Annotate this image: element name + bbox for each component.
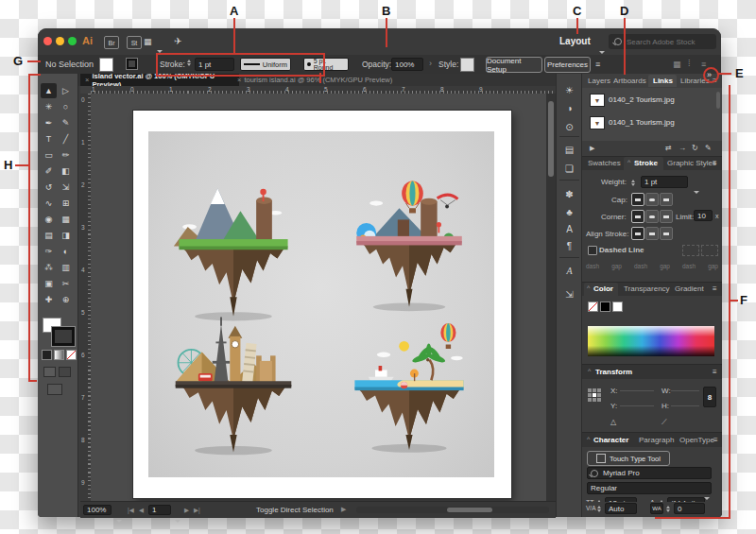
grid-icon[interactable]: ▦ xyxy=(673,60,681,69)
tab-paragraph[interactable]: Paragraph xyxy=(639,436,674,444)
zoom-chevron-icon[interactable] xyxy=(116,509,122,526)
hand-tool[interactable]: ✚ xyxy=(41,292,57,307)
kerning-field[interactable]: Auto xyxy=(605,503,637,514)
dashed-preset-icon[interactable] xyxy=(682,245,699,256)
cap-projecting-button[interactable] xyxy=(660,193,673,206)
last-artboard-icon[interactable]: ▶| xyxy=(194,507,200,514)
touch-type-tool-button[interactable]: Touch Type Tool xyxy=(587,451,670,466)
paragraph-styles-icon[interactable]: ¶ xyxy=(557,241,582,251)
draw-normal-button[interactable] xyxy=(43,367,56,377)
blend-tool[interactable]: ◐ xyxy=(58,244,74,259)
cap-round-button[interactable] xyxy=(645,193,659,206)
pen-tool[interactable]: ✒ xyxy=(41,115,57,130)
kerning-stepper[interactable] xyxy=(597,506,601,512)
draw-behind-button[interactable] xyxy=(59,367,71,377)
close-window-button[interactable] xyxy=(43,37,52,45)
corner-bevel-button[interactable] xyxy=(660,210,673,223)
eraser-tool[interactable]: ◧ xyxy=(58,164,74,179)
tab-opentype[interactable]: OpenType xyxy=(679,436,714,444)
zoom-tool[interactable]: ⊕ xyxy=(58,292,74,307)
tab-links[interactable]: Links xyxy=(653,77,673,85)
artboard-chevron-icon[interactable] xyxy=(175,509,180,526)
tracking-stepper[interactable] xyxy=(666,506,670,512)
stroke-color-well[interactable] xyxy=(52,327,75,346)
curvature-tool[interactable]: ✎ xyxy=(58,115,74,130)
artboard-number-field[interactable]: 1 xyxy=(148,505,171,515)
workspace-switcher[interactable]: Layout xyxy=(559,36,591,46)
constrain-proportions-icon[interactable]: 8 xyxy=(703,387,716,407)
horizontal-scrollbar[interactable] xyxy=(356,507,549,513)
horizontal-scrollbar-thumb[interactable] xyxy=(447,508,492,512)
canvas-pasteboard[interactable] xyxy=(91,94,546,501)
align-inside-button[interactable] xyxy=(645,227,659,240)
font-family-field[interactable]: Myriad Pro xyxy=(587,467,712,479)
export-icon[interactable]: ⇲ xyxy=(557,289,582,300)
artboard-tool[interactable]: ▣ xyxy=(41,276,57,291)
white-swatch[interactable] xyxy=(612,301,623,312)
zoom-window-button[interactable] xyxy=(68,37,77,45)
mesh-tool[interactable]: ▤ xyxy=(41,228,57,243)
shape-builder-tool[interactable]: ◉ xyxy=(41,212,57,227)
update-link-icon[interactable]: ↻ xyxy=(692,144,698,152)
tab-transparency[interactable]: Transparency xyxy=(624,284,670,293)
weight-stepper[interactable] xyxy=(631,180,635,186)
preferences-button[interactable]: Preferences xyxy=(544,57,591,73)
panel-menu-icon[interactable]: ≡ xyxy=(713,436,718,444)
tab-layers[interactable]: Layers xyxy=(588,77,610,85)
fill-swatch[interactable] xyxy=(99,58,113,72)
tab-color[interactable]: Color xyxy=(593,284,613,293)
magic-wand-tool[interactable]: ✳ xyxy=(41,99,57,114)
screen-mode-button[interactable] xyxy=(47,384,62,395)
relink-icon[interactable]: ⇄ xyxy=(665,144,672,152)
play-icon[interactable]: ▶ xyxy=(590,145,594,152)
next-artboard-icon[interactable]: ▶ xyxy=(184,507,189,514)
dashed-preset-icon[interactable] xyxy=(701,245,718,256)
width-tool[interactable]: ∿ xyxy=(41,196,57,211)
tab-swatches[interactable]: Swatches xyxy=(588,159,621,167)
free-transform-tool[interactable]: ⊞ xyxy=(58,196,74,211)
tab-transform[interactable]: Transform xyxy=(595,368,632,376)
close-icon[interactable]: × xyxy=(237,76,241,84)
align-icon[interactable]: ▤ xyxy=(557,145,582,155)
type-tool[interactable]: T xyxy=(41,131,57,146)
weight-field[interactable]: 1 pt xyxy=(641,176,688,188)
scale-tool[interactable]: ⇲ xyxy=(58,180,74,195)
dashed-line-checkbox[interactable] xyxy=(588,246,597,255)
panel-menu-icon[interactable]: ≡ xyxy=(713,159,717,167)
line-segment-tool[interactable]: ╱ xyxy=(58,131,74,146)
lasso-tool[interactable]: ○ xyxy=(58,99,74,114)
isolate-icon[interactable]: ≡ xyxy=(595,60,600,69)
artboards-panel-icon[interactable]: ❏ xyxy=(557,164,582,174)
tab-stroke[interactable]: Stroke xyxy=(634,159,658,167)
close-icon[interactable]: × xyxy=(85,76,89,84)
corner-miter-button[interactable] xyxy=(631,210,644,223)
kerning-chevron-icon[interactable] xyxy=(640,508,645,517)
gradient-tool[interactable]: ◨ xyxy=(58,228,74,243)
cap-butt-button[interactable] xyxy=(631,193,644,206)
style-label[interactable]: Style: xyxy=(438,60,458,69)
status-play-icon[interactable]: ▶ xyxy=(341,506,346,513)
color-panel-icon[interactable]: ☀ xyxy=(557,85,582,95)
color-guide-icon[interactable]: ◑ xyxy=(557,103,582,113)
list-icon[interactable]: ≡ xyxy=(701,60,706,69)
paintbrush-tool[interactable]: ✏ xyxy=(58,147,74,163)
document-setup-button[interactable]: Document Setup xyxy=(486,57,542,73)
tab-gradient[interactable]: Gradient xyxy=(675,284,704,293)
color-button[interactable] xyxy=(42,350,52,360)
reference-point-grid[interactable] xyxy=(588,388,601,402)
bridge-button[interactable]: Br xyxy=(104,36,119,49)
go-to-link-icon[interactable]: → xyxy=(679,144,686,152)
style-swatch[interactable] xyxy=(460,58,474,72)
column-graph-tool[interactable]: ▥ xyxy=(58,260,74,275)
slice-tool[interactable]: ✂ xyxy=(58,276,74,291)
none-button[interactable] xyxy=(66,350,77,360)
vertical-scrollbar[interactable] xyxy=(546,94,556,501)
arrange-documents-icon[interactable]: ▦ xyxy=(144,37,152,46)
direct-selection-tool[interactable]: ▷ xyxy=(58,83,74,98)
symbol-sprayer-tool[interactable]: ⁂ xyxy=(41,260,57,275)
opacity-field[interactable]: 100% xyxy=(391,58,423,71)
rectangle-tool[interactable]: ▭ xyxy=(41,147,57,163)
panel-menu-icon[interactable]: ≡ xyxy=(713,368,717,376)
opacity-label[interactable]: Opacity: xyxy=(362,60,391,69)
first-artboard-icon[interactable]: |◀ xyxy=(128,507,134,514)
